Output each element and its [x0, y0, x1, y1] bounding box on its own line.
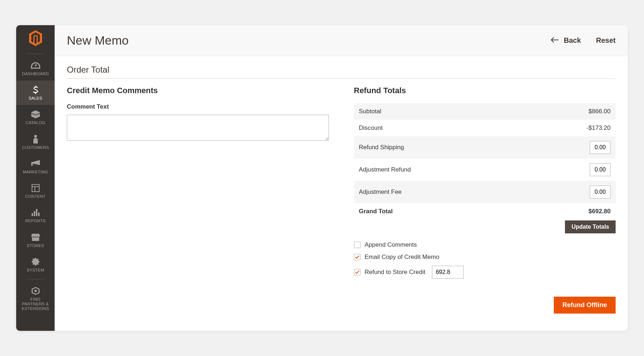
label-append-comments: Append Comments [365, 241, 417, 248]
sidebar-item-customers[interactable]: CUSTOMERS [16, 130, 55, 154]
row-adjustment-refund: Adjustment Refund [354, 159, 616, 181]
row-subtotal: Subtotal $866.00 [354, 103, 616, 120]
reset-button[interactable]: Reset [596, 36, 616, 45]
checkbox-email-copy[interactable] [354, 254, 360, 260]
sidebar-item-label: CUSTOMERS [22, 145, 49, 150]
sidebar-item-label: SYSTEM [27, 268, 44, 273]
sidebar-item-label: CATALOG [26, 120, 45, 125]
row-adjustment-fee: Adjustment Fee [354, 181, 616, 203]
label-email-copy: Email Copy of Credit Memo [365, 254, 440, 261]
comments-column: Credit Memo Comments Comment Text [67, 86, 329, 314]
sidebar-item-label: MARKETING [23, 170, 48, 174]
refund-totals-table: Subtotal $866.00 Discount -$173.20 Refun… [354, 103, 616, 220]
label-comment-text: Comment Text [67, 103, 329, 110]
label-refund-shipping: Refund Shipping [354, 136, 523, 159]
input-refund-shipping[interactable] [590, 141, 611, 154]
update-totals-button[interactable]: Update Totals [565, 220, 616, 233]
top-bar: New Memo Back Reset [55, 25, 628, 56]
checkbox-append-comments[interactable] [354, 242, 360, 248]
gear-icon [31, 257, 40, 266]
dollar-icon [31, 86, 40, 94]
admin-sidebar: DASHBOARD SALES CATALOG CUSTOMERS MARKET [16, 25, 55, 331]
bar-chart-icon [31, 208, 40, 217]
refund-offline-button[interactable]: Refund Offline [554, 297, 616, 314]
back-button[interactable]: Back [551, 36, 581, 45]
store-icon [31, 233, 40, 242]
checkbox-refund-store-credit[interactable] [354, 269, 360, 275]
sidebar-item-content[interactable]: CONTENT [16, 179, 55, 203]
row-discount: Discount -$173.20 [354, 120, 616, 136]
layout-icon [31, 184, 40, 192]
heading-credit-memo-comments: Credit Memo Comments [67, 86, 329, 95]
sidebar-divider [26, 54, 45, 54]
label-subtotal: Subtotal [354, 103, 523, 120]
row-refund-shipping: Refund Shipping [354, 136, 616, 159]
label-adjustment-fee: Adjustment Fee [354, 181, 523, 203]
main-panel: New Memo Back Reset Order Total Credit M… [55, 25, 628, 331]
label-discount: Discount [354, 120, 523, 136]
sidebar-item-label: FIND PARTNERS & EXTENSIONS [20, 297, 51, 311]
box-icon [31, 110, 40, 119]
sidebar-item-reports[interactable]: REPORTS [16, 203, 55, 228]
sidebar-item-label: DASHBOARD [22, 72, 49, 76]
reset-label: Reset [596, 36, 616, 44]
sidebar-item-system[interactable]: SYSTEM [16, 252, 55, 277]
puzzle-icon [31, 287, 40, 295]
value-subtotal: $866.00 [523, 103, 616, 120]
two-column-layout: Credit Memo Comments Comment Text Refund… [67, 86, 616, 314]
label-grand-total: Grand Total [354, 203, 523, 220]
content-area: Order Total Credit Memo Comments Comment… [55, 56, 628, 326]
sidebar-item-sales[interactable]: SALES [16, 81, 55, 105]
label-adjustment-refund: Adjustment Refund [354, 159, 523, 181]
input-adjustment-refund[interactable] [590, 163, 611, 176]
sidebar-item-label: SALES [28, 96, 42, 101]
value-discount: -$173.20 [523, 120, 616, 136]
refund-totals-column: Refund Totals Subtotal $866.00 Discount … [354, 86, 616, 314]
sidebar-item-label: STORES [27, 243, 44, 248]
sidebar-item-stores[interactable]: STORES [16, 228, 55, 252]
heading-refund-totals: Refund Totals [354, 86, 616, 95]
section-title-order-total: Order Total [67, 65, 616, 79]
person-icon [31, 135, 40, 143]
megaphone-icon [31, 159, 40, 168]
app-frame: DASHBOARD SALES CATALOG CUSTOMERS MARKET [16, 25, 628, 331]
arrow-left-icon [551, 36, 559, 45]
sidebar-item-marketing[interactable]: MARKETING [16, 154, 55, 179]
comment-textarea[interactable] [67, 115, 329, 141]
sidebar-item-dashboard[interactable]: DASHBOARD [16, 56, 55, 81]
option-refund-store-credit: Refund to Store Credit [354, 266, 616, 279]
sidebar-item-catalog[interactable]: CATALOG [16, 105, 55, 129]
sidebar-item-label: REPORTS [25, 219, 46, 223]
dashboard-icon [31, 61, 40, 70]
magento-logo-icon [28, 30, 43, 48]
input-refund-store-credit[interactable] [432, 266, 464, 279]
sidebar-item-partners[interactable]: FIND PARTNERS & EXTENSIONS [16, 282, 55, 316]
sidebar-item-label: CONTENT [25, 194, 46, 199]
row-grand-total: Grand Total $692.80 [354, 203, 616, 220]
option-append-comments: Append Comments [354, 241, 616, 248]
top-actions: Back Reset [551, 36, 616, 45]
input-adjustment-fee[interactable] [590, 186, 611, 198]
option-email-copy: Email Copy of Credit Memo [354, 254, 616, 261]
page-title: New Memo [67, 33, 129, 47]
back-label: Back [564, 36, 581, 45]
label-refund-store-credit: Refund to Store Credit [365, 269, 426, 276]
value-grand-total: $692.80 [523, 203, 616, 220]
sidebar-divider [26, 279, 45, 279]
